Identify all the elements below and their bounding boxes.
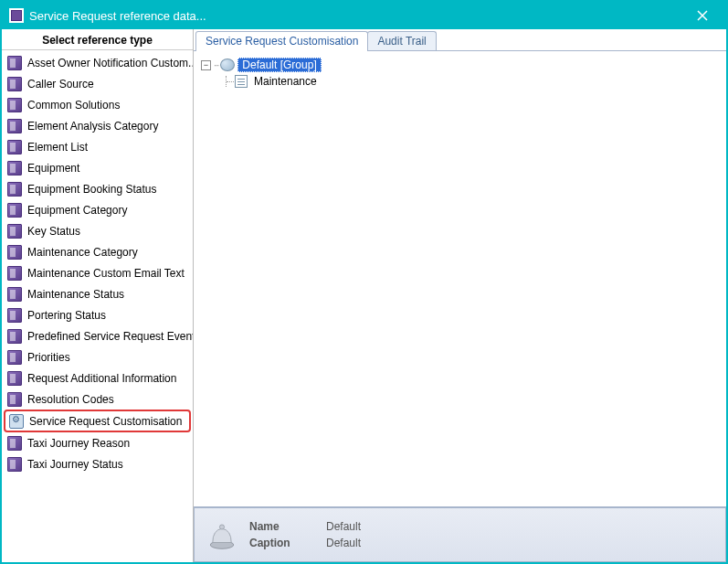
book-icon	[7, 436, 22, 451]
window-icon	[9, 8, 24, 23]
book-icon	[7, 308, 22, 323]
tree-child-row[interactable]: Maintenance	[201, 73, 719, 90]
book-icon	[7, 203, 22, 218]
book-icon	[7, 329, 22, 344]
content-area: Select reference type Asset Owner Notifi…	[2, 29, 726, 562]
sidebar-item-label: Element Analysis Category	[27, 120, 158, 133]
close-button[interactable]	[686, 5, 719, 27]
detail-panel: Name Default Caption Default	[194, 507, 726, 562]
sidebar-item-label: Maintenance Custom Email Text	[27, 267, 185, 280]
bell-icon	[206, 518, 238, 551]
tree-connector: ···	[214, 60, 218, 70]
detail-name-value: Default	[326, 520, 361, 533]
detail-caption-label: Caption	[249, 537, 304, 549]
book-icon	[7, 457, 22, 472]
sidebar-item-label: Key Status	[27, 225, 80, 238]
sidebar-item[interactable]: Resolution Codes	[2, 388, 193, 410]
sidebar-item-label: Equipment	[27, 162, 79, 175]
detail-grid: Name Default Caption Default	[249, 520, 361, 549]
book-icon	[7, 266, 22, 281]
sidebar-item[interactable]: Portering Status	[2, 304, 193, 325]
close-icon	[697, 10, 708, 21]
sidebar-item-label: Maintenance Category	[27, 246, 138, 259]
sidebar-item[interactable]: Equipment	[2, 157, 193, 178]
sidebar-item-label: Asset Owner Notification Custom...	[27, 57, 193, 69]
sidebar-item[interactable]: Asset Owner Notification Custom...	[2, 52, 193, 73]
book-icon	[7, 287, 22, 302]
book-icon	[7, 77, 22, 91]
book-icon	[7, 245, 22, 260]
sidebar-item[interactable]: Common Solutions	[2, 94, 193, 115]
sidebar-item[interactable]: Element List	[2, 136, 193, 157]
sidebar-item[interactable]: Element Analysis Category	[2, 115, 193, 136]
sidebar-item[interactable]: Maintenance Category	[2, 241, 193, 262]
sidebar-item-label: Maintenance Status	[27, 288, 124, 301]
book-icon	[7, 161, 22, 176]
tree-root-label[interactable]: Default [Group]	[237, 58, 321, 72]
tree-connector-line	[226, 76, 235, 87]
sidebar-item[interactable]: Key Status	[2, 220, 193, 241]
sidebar-item[interactable]: Caller Source	[2, 73, 193, 94]
main-panel: Service Request CustomisationAudit Trail…	[194, 29, 726, 562]
book-icon	[7, 182, 22, 197]
detail-name-label: Name	[249, 520, 304, 533]
sidebar-list: Asset Owner Notification Custom...Caller…	[2, 50, 193, 562]
sidebar-item-label: Resolution Codes	[27, 393, 114, 406]
title-bar: Service Request reference data...	[2, 2, 726, 29]
sidebar-item-label: Priorities	[27, 351, 70, 364]
sidebar-item-label: Equipment Category	[27, 204, 127, 217]
svg-point-1	[219, 525, 224, 529]
window-title: Service Request reference data...	[29, 9, 686, 23]
sidebar-item[interactable]: Equipment Booking Status	[2, 178, 193, 199]
sidebar-item-label: Taxi Journey Reason	[27, 437, 130, 450]
sidebar-item[interactable]: Taxi Journey Reason	[2, 432, 193, 453]
sidebar-item-label: Service Request Customisation	[29, 415, 182, 428]
sidebar-item-label: Portering Status	[27, 309, 106, 322]
book-icon	[7, 224, 22, 239]
tab[interactable]: Audit Trail	[367, 31, 436, 50]
sidebar-item-label: Common Solutions	[27, 99, 120, 112]
sidebar-item[interactable]: Request Additional Information	[2, 367, 193, 388]
book-icon	[7, 140, 22, 154]
sidebar-item-label: Element List	[27, 141, 88, 154]
book-icon	[7, 119, 22, 133]
book-icon	[7, 392, 22, 407]
sidebar-item-label: Caller Source	[27, 78, 94, 90]
book-icon	[7, 98, 22, 112]
tree-collapse-icon[interactable]: −	[201, 60, 211, 70]
sidebar-item-label: Predefined Service Request Events	[27, 330, 193, 343]
book-icon	[7, 371, 22, 386]
sidebar-item[interactable]: Maintenance Status	[2, 283, 193, 304]
tree-view[interactable]: − ··· Default [Group] Maintenance	[194, 51, 726, 507]
book-icon	[7, 350, 22, 365]
gear-icon	[9, 414, 24, 429]
tab[interactable]: Service Request Customisation	[195, 31, 368, 50]
sidebar-item[interactable]: Predefined Service Request Events	[2, 325, 193, 346]
sidebar-item[interactable]: Equipment Category	[2, 199, 193, 220]
sidebar-item[interactable]: Priorities	[2, 346, 193, 367]
sidebar-item[interactable]: Taxi Journey Status	[2, 453, 193, 474]
document-icon	[235, 75, 248, 88]
sidebar-item[interactable]: Service Request Customisation	[4, 410, 191, 432]
globe-icon	[220, 59, 235, 71]
sidebar-item-label: Equipment Booking Status	[27, 183, 156, 196]
detail-caption-value: Default	[326, 537, 361, 549]
sidebar-item[interactable]: Maintenance Custom Email Text	[2, 262, 193, 283]
sidebar-item-label: Taxi Journey Status	[27, 458, 123, 471]
sidebar-item-label: Request Additional Information	[27, 372, 176, 385]
sidebar: Select reference type Asset Owner Notifi…	[2, 29, 194, 562]
sidebar-header: Select reference type	[2, 29, 193, 50]
tab-strip: Service Request CustomisationAudit Trail	[194, 29, 726, 51]
book-icon	[7, 56, 22, 70]
tree-root-row[interactable]: − ··· Default [Group]	[201, 57, 719, 73]
tree-child-label[interactable]: Maintenance	[250, 75, 321, 88]
